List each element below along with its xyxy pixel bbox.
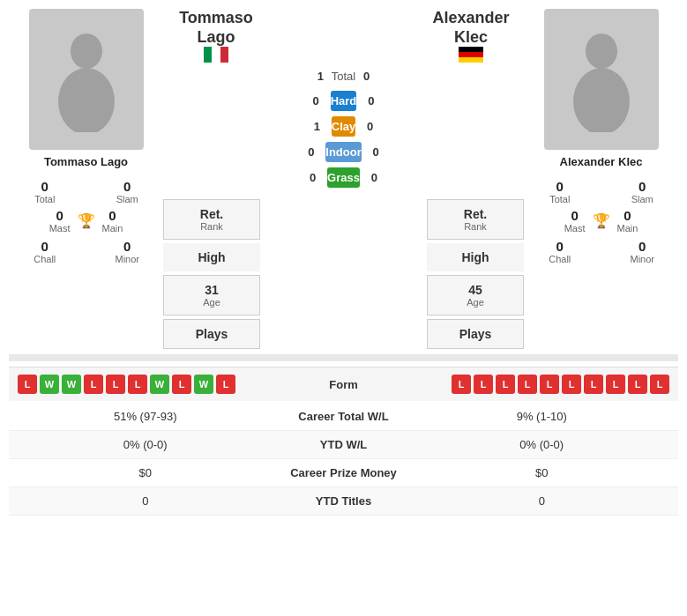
- player2-total-cell: 0 Total: [524, 179, 596, 204]
- form-section: LWWLLLWLWL Form LLLLLLLLLL: [9, 367, 678, 401]
- form-badge-p1: L: [106, 375, 125, 394]
- player1-info-boxes: Ret. Rank High 31 Age Plays: [163, 199, 260, 349]
- player2-chall-cell: 0 Chall: [524, 239, 596, 264]
- player1-age-lbl: Age: [164, 297, 259, 308]
- player1-flag: [204, 47, 228, 63]
- indoor-badge: Indoor: [325, 142, 361, 162]
- player1-center-name: Tommaso Lago: [163, 9, 269, 47]
- form-badge-p2: L: [474, 375, 493, 394]
- svg-point-1: [58, 68, 115, 132]
- player2-age-lbl: Age: [428, 297, 523, 308]
- career-prize-label: Career Prize Money: [273, 466, 414, 479]
- stats-rows: 51% (97-93) Career Total W/L 9% (1-10) 0…: [9, 403, 678, 516]
- player2-rank-val: Ret.: [428, 207, 523, 221]
- form-left: LWWLLLWLWL: [18, 375, 300, 394]
- grass-badge: Grass: [327, 167, 360, 188]
- player2-main-label: Main: [617, 223, 638, 234]
- form-badge-p1: W: [150, 375, 169, 394]
- player1-name: Tommaso Lago: [44, 155, 128, 168]
- career-prize-p1: $0: [18, 466, 273, 479]
- player1-slam-cell: 0 Slam: [92, 179, 164, 204]
- player2-mast-cell: 0 Mast: [564, 208, 586, 234]
- indoor-count-p1: 0: [300, 145, 322, 159]
- player2-trophy-row: 0 Mast 🏆 0 Main: [564, 208, 638, 234]
- player1-trophy-row: 0 Mast 🏆 0 Main: [49, 208, 123, 234]
- form-badge-p1: W: [194, 375, 213, 394]
- player2-plays-box: Plays: [427, 319, 524, 349]
- player2-slam-value: 0: [638, 179, 646, 194]
- player1-minor-cell: 0 Minor: [92, 239, 164, 264]
- player2-rank-lbl: Rank: [428, 221, 523, 232]
- player1-slam-label: Slam: [116, 194, 138, 204]
- player1-high-val: High: [163, 250, 260, 264]
- form-badge-p1: L: [128, 375, 147, 394]
- hard-badge: Hard: [331, 91, 357, 111]
- player2-mast-label: Mast: [564, 223, 586, 234]
- player1-total-value: 0: [41, 179, 49, 194]
- player2-name-block: Alexander Klec: [418, 9, 524, 63]
- player2-minor-label: Minor: [630, 254, 654, 264]
- ytd-titles-p2: 0: [414, 494, 670, 508]
- player2-plays-val: Plays: [428, 327, 523, 341]
- player1-stats: 0 Total 0 Slam: [9, 179, 163, 204]
- player2-high-box: High: [427, 243, 524, 271]
- player1-main-cell: 0 Main: [102, 208, 123, 234]
- players-top: Tommaso Lago 0 Total 0 Slam 0 Mast 🏆: [9, 9, 678, 349]
- player1-mast-label: Mast: [49, 223, 71, 234]
- ytd-titles-label: YTD Titles: [273, 494, 414, 508]
- career-wl-label: Career Total W/L: [273, 410, 414, 423]
- clay-row: 1 Clay 0: [306, 116, 381, 137]
- player1-mast-cell: 0 Mast: [49, 208, 71, 234]
- career-prize-row: $0 Career Prize Money $0: [9, 459, 678, 487]
- form-right: LLLLLLLLLL: [388, 375, 670, 394]
- player1-minor-label: Minor: [115, 254, 139, 264]
- player2-main-value: 0: [624, 208, 631, 223]
- player1-chall-value: 0: [41, 239, 49, 254]
- player2-rank-box: Ret. Rank: [427, 199, 524, 240]
- player2-slam-cell: 0 Slam: [607, 179, 679, 204]
- player2-flag: [459, 47, 483, 63]
- form-badge-p1: L: [84, 375, 103, 394]
- career-prize-p2: $0: [414, 466, 670, 479]
- player2-minor-cell: 0 Minor: [607, 239, 679, 264]
- player1-avatar: [29, 9, 144, 150]
- total-count-p1: 1: [310, 70, 332, 83]
- player2-high-val: High: [427, 250, 524, 264]
- player1-plays-val: Plays: [164, 327, 259, 341]
- ytd-wl-row: 0% (0-0) YTD W/L 0% (0-0): [9, 431, 678, 459]
- main-container: Tommaso Lago 0 Total 0 Slam 0 Mast 🏆: [0, 0, 687, 524]
- info-boxes-row: Ret. Rank High 31 Age Plays: [163, 199, 524, 349]
- player1-trophy-icon: 🏆: [78, 212, 95, 229]
- form-badge-p2: L: [584, 375, 603, 394]
- form-badge-p2: L: [540, 375, 559, 394]
- player2-avatar: [544, 9, 659, 150]
- player2-chall-value: 0: [556, 239, 564, 254]
- form-badge-p2: L: [496, 375, 515, 394]
- ytd-titles-p1: 0: [18, 494, 273, 508]
- form-badge-p2: L: [650, 375, 669, 394]
- svg-point-3: [573, 68, 630, 132]
- player1-high-box: High: [163, 243, 260, 271]
- form-badge-p1: L: [18, 375, 37, 394]
- player2-chall-label: Chall: [549, 254, 571, 264]
- total-label: Total: [332, 70, 355, 83]
- clay-count-p2: 0: [359, 120, 381, 133]
- total-count-p2: 0: [355, 70, 377, 83]
- player1-total-label: Total: [34, 194, 55, 204]
- player1-age-box: 31 Age: [163, 275, 260, 315]
- player2-minor-value: 0: [638, 239, 646, 254]
- player1-mast-value: 0: [56, 208, 63, 223]
- player1-chall-label: Chall: [34, 254, 56, 264]
- player2-age-val: 45: [428, 283, 523, 297]
- player2-stats: 0 Total 0 Slam: [524, 179, 678, 204]
- player2-mast-value: 0: [571, 208, 578, 223]
- clay-badge: Clay: [332, 116, 355, 137]
- indoor-row: 0 Indoor 0: [300, 142, 386, 162]
- player2-total-value: 0: [556, 179, 564, 194]
- player2-center-name: Alexander Klec: [418, 9, 524, 47]
- player1-total-cell: 0 Total: [9, 179, 81, 204]
- player1-main-value: 0: [108, 208, 116, 223]
- player2-main-cell: 0 Main: [617, 208, 638, 234]
- form-label: Form: [300, 378, 388, 391]
- indoor-count-p2: 0: [365, 145, 387, 159]
